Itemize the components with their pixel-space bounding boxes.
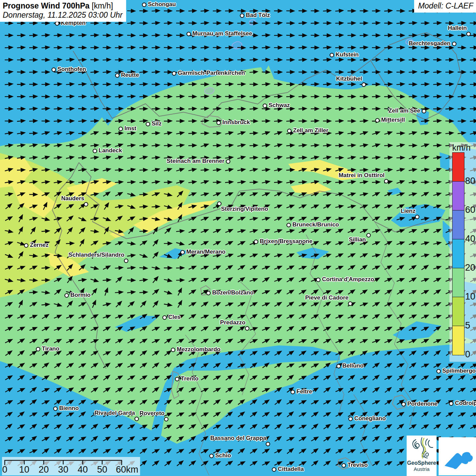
wind-arrow — [102, 448, 111, 455]
wind-arrow — [433, 375, 441, 381]
city-label: Imst — [124, 125, 136, 132]
wind-arrow — [29, 448, 37, 454]
wind-arrow — [347, 399, 355, 406]
city-dot — [163, 316, 167, 320]
wind-arrow — [372, 34, 380, 37]
wind-arrow — [115, 58, 123, 61]
title-unit: [km/h] — [89, 1, 113, 10]
wind-arrow — [17, 131, 25, 135]
city-label: Pordenone — [407, 401, 438, 407]
city-dot — [146, 122, 150, 126]
wind-arrow — [335, 448, 343, 455]
wind-arrow — [274, 58, 282, 62]
wind-arrow — [41, 95, 49, 98]
city-dot — [175, 377, 180, 381]
wind-arrow — [299, 21, 307, 25]
wind-arrow — [41, 400, 50, 405]
wind-arrow — [433, 70, 441, 74]
city-dot — [217, 121, 221, 125]
wind-arrow — [408, 387, 417, 393]
wind-arrow — [4, 411, 13, 418]
city-label: Mittersill — [381, 117, 405, 123]
city-label: Matrei in Osttirol — [339, 172, 385, 179]
city-label: Bienno — [59, 405, 79, 412]
wind-arrow — [445, 34, 453, 37]
wind-arrow — [445, 83, 454, 86]
wind-arrow — [458, 46, 465, 49]
wind-arrow — [115, 21, 123, 25]
wind-arrow — [384, 436, 392, 443]
wind-arrow — [102, 424, 111, 430]
wind-arrow — [29, 95, 37, 98]
city-dot — [452, 42, 457, 46]
wind-arrow — [470, 411, 476, 418]
wind-arrow — [139, 9, 147, 13]
wind-arrow — [359, 424, 368, 430]
wind-arrow — [347, 423, 355, 430]
wind-arrow — [445, 423, 453, 430]
wind-arrow — [372, 362, 380, 369]
city-dot — [65, 293, 69, 298]
wind-arrow — [445, 95, 453, 98]
wind-arrow — [310, 411, 319, 418]
wind-arrow — [164, 21, 172, 25]
wind-arrow — [66, 448, 74, 455]
wind-arrow — [54, 95, 62, 98]
wind-arrow — [421, 363, 429, 369]
wind-arrow — [310, 375, 319, 381]
wind-arrow — [421, 70, 429, 74]
wind-arrow — [127, 95, 135, 98]
wind-arrow — [41, 131, 50, 136]
city-dot — [135, 417, 139, 421]
city-label: Treviso — [347, 462, 368, 469]
wind-arrow — [41, 411, 49, 418]
wind-arrow — [90, 46, 98, 49]
wind-arrow — [17, 436, 25, 442]
wind-arrow — [372, 46, 380, 49]
geosphere-wordmark: GeoSphere — [407, 460, 436, 466]
wind-arrow — [261, 460, 270, 466]
city-label: Sterzing/Vipiteno — [221, 206, 268, 213]
city-dot — [187, 32, 191, 36]
city-label: Codroipo — [455, 400, 476, 407]
wind-arrow — [103, 58, 111, 62]
wind-forecast-map[interactable]: SchongauBad TölzKemptenMurnau am Staffel… — [0, 0, 476, 476]
wind-arrow — [5, 107, 13, 111]
wind-arrow — [90, 95, 98, 98]
wind-arrow — [103, 95, 111, 98]
wind-arrow — [17, 83, 25, 86]
wind-arrow — [384, 34, 392, 37]
wind-arrow — [115, 46, 123, 49]
wind-arrow — [164, 83, 172, 86]
wind-arrow — [4, 131, 13, 135]
wind-arrow — [29, 58, 37, 61]
wind-arrow — [458, 71, 465, 74]
wind-arrow — [139, 82, 148, 86]
wind-arrow — [359, 387, 368, 393]
wind-arrow — [396, 423, 404, 430]
city-label: Cittadella — [278, 466, 304, 473]
wind-arrow — [53, 387, 62, 393]
scale-tick-label: 60km — [116, 464, 138, 475]
wind-arrow — [29, 34, 37, 37]
wind-arrow — [5, 119, 13, 122]
wind-arrow — [274, 10, 282, 13]
city-dot — [287, 129, 292, 133]
wind-arrow — [29, 46, 37, 49]
wind-arrow — [139, 21, 147, 24]
wind-arrow — [188, 9, 196, 13]
wind-arrow — [90, 119, 98, 123]
wind-arrow — [237, 460, 245, 466]
wind-arrow — [200, 448, 209, 454]
wind-arrow — [458, 58, 465, 61]
wind-arrow — [372, 436, 380, 443]
wind-arrow — [396, 411, 404, 418]
wind-arrow — [41, 70, 49, 73]
city-label: Schlanders/Silandro — [69, 252, 124, 258]
wind-arrow — [274, 448, 282, 454]
city-label: Trento — [181, 375, 199, 382]
wind-arrow — [78, 46, 86, 49]
wind-arrow — [347, 58, 355, 61]
wind-arrow — [323, 374, 331, 381]
wind-arrow — [78, 95, 86, 98]
